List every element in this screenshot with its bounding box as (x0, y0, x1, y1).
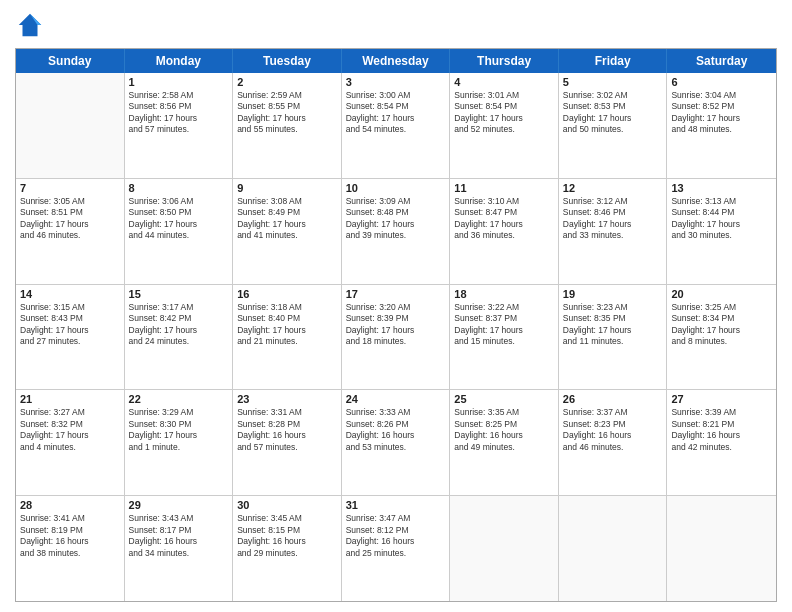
day-cell-18: 18Sunrise: 3:22 AMSunset: 8:37 PMDayligh… (450, 285, 559, 390)
cell-line: Sunrise: 3:09 AM (346, 196, 446, 207)
cell-line: Sunrise: 3:20 AM (346, 302, 446, 313)
cell-line: Sunrise: 3:39 AM (671, 407, 772, 418)
cell-line: and 25 minutes. (346, 548, 446, 559)
cell-line: Daylight: 17 hours (563, 325, 663, 336)
cell-line: and 34 minutes. (129, 548, 229, 559)
day-cell-26: 26Sunrise: 3:37 AMSunset: 8:23 PMDayligh… (559, 390, 668, 495)
logo (15, 10, 49, 40)
day-cell-27: 27Sunrise: 3:39 AMSunset: 8:21 PMDayligh… (667, 390, 776, 495)
cell-line: Sunset: 8:25 PM (454, 419, 554, 430)
cell-line: Sunrise: 3:25 AM (671, 302, 772, 313)
cell-line: Daylight: 17 hours (20, 325, 120, 336)
day-cell-30: 30Sunrise: 3:45 AMSunset: 8:15 PMDayligh… (233, 496, 342, 601)
day-number: 23 (237, 393, 337, 405)
cell-line: Sunset: 8:34 PM (671, 313, 772, 324)
cell-line: Daylight: 17 hours (454, 219, 554, 230)
cell-line: Daylight: 17 hours (454, 325, 554, 336)
calendar-row-3: 14Sunrise: 3:15 AMSunset: 8:43 PMDayligh… (16, 285, 776, 391)
cell-line: Sunrise: 3:05 AM (20, 196, 120, 207)
day-number: 24 (346, 393, 446, 405)
day-cell-29: 29Sunrise: 3:43 AMSunset: 8:17 PMDayligh… (125, 496, 234, 601)
header-day-wednesday: Wednesday (342, 49, 451, 73)
cell-line: and 15 minutes. (454, 336, 554, 347)
cell-line: Daylight: 16 hours (129, 536, 229, 547)
day-cell-28: 28Sunrise: 3:41 AMSunset: 8:19 PMDayligh… (16, 496, 125, 601)
day-number: 4 (454, 76, 554, 88)
cell-line: Daylight: 17 hours (129, 325, 229, 336)
header-day-monday: Monday (125, 49, 234, 73)
day-cell-19: 19Sunrise: 3:23 AMSunset: 8:35 PMDayligh… (559, 285, 668, 390)
calendar-row-4: 21Sunrise: 3:27 AMSunset: 8:32 PMDayligh… (16, 390, 776, 496)
cell-line: Sunrise: 3:13 AM (671, 196, 772, 207)
day-number: 6 (671, 76, 772, 88)
day-cell-15: 15Sunrise: 3:17 AMSunset: 8:42 PMDayligh… (125, 285, 234, 390)
calendar-row-1: 1Sunrise: 2:58 AMSunset: 8:56 PMDaylight… (16, 73, 776, 179)
day-cell-13: 13Sunrise: 3:13 AMSunset: 8:44 PMDayligh… (667, 179, 776, 284)
cell-line: Sunrise: 3:29 AM (129, 407, 229, 418)
cell-line: and 42 minutes. (671, 442, 772, 453)
cell-line: Daylight: 17 hours (346, 219, 446, 230)
cell-line: Sunrise: 3:17 AM (129, 302, 229, 313)
cell-line: Sunset: 8:37 PM (454, 313, 554, 324)
cell-line: Daylight: 17 hours (20, 219, 120, 230)
cell-line: and 1 minute. (129, 442, 229, 453)
day-cell-7: 7Sunrise: 3:05 AMSunset: 8:51 PMDaylight… (16, 179, 125, 284)
day-number: 25 (454, 393, 554, 405)
cell-line: Sunset: 8:47 PM (454, 207, 554, 218)
day-number: 21 (20, 393, 120, 405)
cell-line: Sunrise: 3:37 AM (563, 407, 663, 418)
cell-line: and 21 minutes. (237, 336, 337, 347)
day-cell-20: 20Sunrise: 3:25 AMSunset: 8:34 PMDayligh… (667, 285, 776, 390)
header-day-sunday: Sunday (16, 49, 125, 73)
empty-cell (667, 496, 776, 601)
cell-line: and 53 minutes. (346, 442, 446, 453)
cell-line: Sunset: 8:19 PM (20, 525, 120, 536)
day-number: 3 (346, 76, 446, 88)
cell-line: Daylight: 17 hours (129, 430, 229, 441)
day-number: 12 (563, 182, 663, 194)
day-cell-10: 10Sunrise: 3:09 AMSunset: 8:48 PMDayligh… (342, 179, 451, 284)
cell-line: Sunrise: 3:06 AM (129, 196, 229, 207)
cell-line: Sunset: 8:12 PM (346, 525, 446, 536)
cell-line: Sunset: 8:53 PM (563, 101, 663, 112)
day-cell-6: 6Sunrise: 3:04 AMSunset: 8:52 PMDaylight… (667, 73, 776, 178)
cell-line: Daylight: 16 hours (346, 430, 446, 441)
calendar-row-2: 7Sunrise: 3:05 AMSunset: 8:51 PMDaylight… (16, 179, 776, 285)
day-cell-24: 24Sunrise: 3:33 AMSunset: 8:26 PMDayligh… (342, 390, 451, 495)
day-number: 20 (671, 288, 772, 300)
cell-line: Sunset: 8:30 PM (129, 419, 229, 430)
cell-line: and 57 minutes. (237, 442, 337, 453)
empty-cell (16, 73, 125, 178)
cell-line: Sunrise: 3:01 AM (454, 90, 554, 101)
day-cell-4: 4Sunrise: 3:01 AMSunset: 8:54 PMDaylight… (450, 73, 559, 178)
cell-line: and 8 minutes. (671, 336, 772, 347)
cell-line: and 39 minutes. (346, 230, 446, 241)
cell-line: and 50 minutes. (563, 124, 663, 135)
cell-line: Sunrise: 3:22 AM (454, 302, 554, 313)
day-number: 30 (237, 499, 337, 511)
cell-line: and 57 minutes. (129, 124, 229, 135)
cell-line: Daylight: 17 hours (237, 113, 337, 124)
day-cell-22: 22Sunrise: 3:29 AMSunset: 8:30 PMDayligh… (125, 390, 234, 495)
calendar-row-5: 28Sunrise: 3:41 AMSunset: 8:19 PMDayligh… (16, 496, 776, 601)
day-number: 16 (237, 288, 337, 300)
day-number: 22 (129, 393, 229, 405)
cell-line: Sunset: 8:50 PM (129, 207, 229, 218)
day-number: 28 (20, 499, 120, 511)
day-cell-1: 1Sunrise: 2:58 AMSunset: 8:56 PMDaylight… (125, 73, 234, 178)
cell-line: Daylight: 17 hours (671, 219, 772, 230)
cell-line: Sunrise: 3:41 AM (20, 513, 120, 524)
empty-cell (559, 496, 668, 601)
cell-line: Sunrise: 3:00 AM (346, 90, 446, 101)
cell-line: Sunset: 8:40 PM (237, 313, 337, 324)
cell-line: Sunset: 8:54 PM (454, 101, 554, 112)
cell-line: Daylight: 16 hours (346, 536, 446, 547)
cell-line: Sunrise: 2:59 AM (237, 90, 337, 101)
cell-line: Sunset: 8:35 PM (563, 313, 663, 324)
cell-line: and 29 minutes. (237, 548, 337, 559)
cell-line: Sunset: 8:28 PM (237, 419, 337, 430)
day-cell-17: 17Sunrise: 3:20 AMSunset: 8:39 PMDayligh… (342, 285, 451, 390)
cell-line: Sunrise: 3:43 AM (129, 513, 229, 524)
cell-line: Sunset: 8:49 PM (237, 207, 337, 218)
cell-line: Daylight: 17 hours (237, 325, 337, 336)
